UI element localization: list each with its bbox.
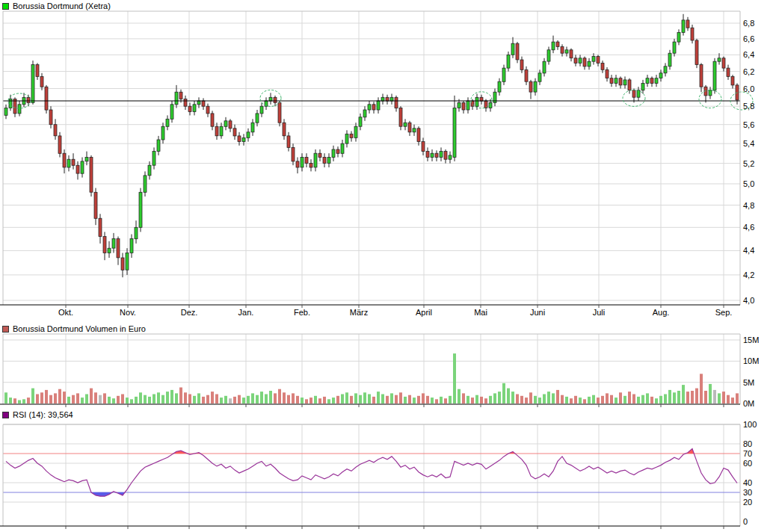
- candle-body: [529, 81, 532, 92]
- volume-bar: [327, 399, 330, 403]
- volume-bar: [117, 396, 120, 403]
- volume-bar: [292, 393, 295, 403]
- price-tick-label: 5,0: [743, 179, 754, 188]
- candle-body: [399, 108, 402, 127]
- volume-bar: [278, 389, 281, 403]
- volume-bar: [359, 395, 362, 403]
- candle-body: [76, 165, 79, 173]
- candle-body: [153, 152, 155, 166]
- candle-body: [655, 78, 658, 84]
- annotation-circles: [8, 90, 753, 110]
- candle-body: [377, 101, 380, 110]
- volume-bar: [597, 398, 600, 403]
- candle-body: [511, 43, 514, 55]
- candle-body: [673, 42, 676, 53]
- volume-bar: [592, 395, 595, 403]
- volume-bar: [655, 398, 658, 403]
- volume-bar: [31, 389, 34, 403]
- volume-bar: [112, 398, 115, 403]
- volume-bar: [722, 392, 725, 403]
- volume-bar: [395, 395, 398, 403]
- candle-body: [220, 126, 223, 136]
- candlestick-series: [4, 14, 739, 277]
- candle-body: [49, 110, 52, 125]
- candle-body: [619, 78, 622, 85]
- candle-body: [193, 105, 196, 112]
- candle-body: [597, 57, 600, 64]
- month-tick-label: Okt.: [58, 308, 73, 317]
- candle-body: [413, 129, 416, 132]
- candle-body: [677, 32, 680, 42]
- volume-bar: [381, 395, 384, 404]
- volume-panel: 15M10M5M0M: [0, 334, 759, 408]
- volume-bar: [354, 393, 357, 403]
- price-chart-legend: Borussia Dortmund (Xetra): [2, 1, 111, 10]
- stock-chart-page: 6,86,66,46,26,05,85,65,45,25,04,84,64,44…: [0, 0, 773, 532]
- candle-body: [583, 58, 586, 66]
- price-gridlines: [3, 11, 740, 305]
- volume-bar: [637, 397, 640, 403]
- candle-body: [395, 97, 398, 108]
- volume-bar: [695, 389, 698, 403]
- candle-body: [538, 73, 541, 81]
- price-tick-label: 5,6: [743, 120, 754, 129]
- volume-bar: [18, 400, 21, 404]
- candle-body: [301, 158, 304, 167]
- rsi-axis-labels: 1008070604030200: [743, 420, 757, 526]
- rsi-chart-title: RSI (14): 39,564: [13, 410, 73, 419]
- price-tick-label: 6,0: [743, 84, 754, 93]
- volume-bar: [9, 398, 12, 403]
- volume-bar: [121, 395, 124, 404]
- candle-body: [233, 129, 236, 136]
- rsi-tick-label: 40: [743, 478, 752, 487]
- month-tick-label: Dez.: [181, 308, 198, 317]
- price-tick-label: 5,4: [743, 139, 754, 148]
- volume-bar: [579, 398, 582, 403]
- volume-bar: [525, 398, 528, 403]
- volume-bar: [682, 385, 685, 403]
- month-tick-label: Sep.: [715, 308, 733, 317]
- volume-bar: [449, 396, 452, 403]
- candle-body: [691, 28, 694, 40]
- volume-bar: [175, 393, 178, 403]
- volume-bar: [36, 395, 39, 404]
- volume-bar: [336, 396, 339, 403]
- candle-body: [462, 102, 465, 110]
- candle-body: [54, 125, 57, 136]
- month-tick-label: Aug.: [653, 308, 670, 317]
- price-frame: [0, 11, 740, 308]
- volume-bar: [498, 392, 501, 403]
- candle-body: [606, 69, 609, 78]
- candle-body: [103, 237, 106, 253]
- rsi-tick-label: 20: [743, 498, 752, 507]
- candle-body: [130, 239, 133, 253]
- price-tick-label: 4,0: [743, 296, 754, 305]
- candle-body: [206, 106, 209, 114]
- candle-body: [63, 153, 66, 167]
- candle-body: [36, 65, 39, 77]
- candle-body: [81, 161, 84, 173]
- volume-tick-label: 15M: [743, 335, 759, 344]
- candle-body: [135, 227, 138, 238]
- volume-bar: [610, 395, 613, 403]
- candle-body: [435, 153, 438, 157]
- candle-body: [422, 142, 425, 152]
- volume-bar: [76, 393, 79, 403]
- candle-body: [179, 92, 182, 99]
- candle-body: [269, 97, 272, 101]
- volume-bar: [274, 393, 277, 403]
- candle-body: [309, 164, 312, 167]
- volume-bar: [601, 396, 604, 403]
- candle-body: [161, 126, 164, 140]
- volume-bar: [247, 396, 250, 403]
- volume-bar: [323, 397, 326, 403]
- volume-bar: [471, 398, 474, 403]
- price-tick-label: 5,8: [743, 102, 754, 111]
- volume-bar: [480, 397, 483, 403]
- candle-body: [489, 102, 492, 108]
- volume-bar: [135, 397, 138, 403]
- candle-body: [440, 152, 443, 158]
- volume-bar: [256, 395, 259, 403]
- candle-body: [381, 97, 384, 101]
- candle-body: [547, 50, 550, 61]
